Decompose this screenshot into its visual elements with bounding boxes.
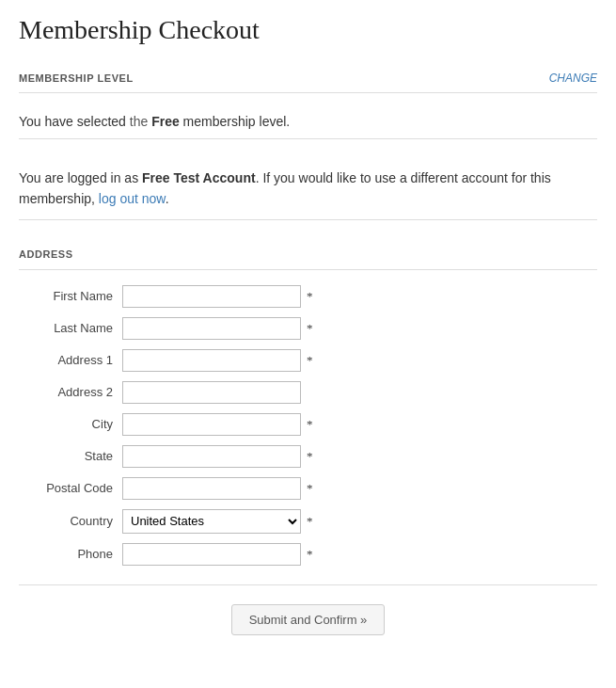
account-name: Free Test Account <box>142 170 256 185</box>
postal-code-required: * <box>307 481 313 496</box>
postal-code-label: Postal Code <box>28 481 122 495</box>
phone-input[interactable] <box>122 543 301 566</box>
phone-row: Phone * <box>19 543 597 566</box>
last-name-input[interactable] <box>122 317 301 340</box>
address1-input[interactable] <box>122 349 301 372</box>
country-required: * <box>307 514 313 529</box>
the-word: the <box>130 114 148 129</box>
membership-level-header: MEMBERSHIP LEVEL CHANGE <box>19 64 597 93</box>
last-name-row: Last Name * <box>19 317 597 340</box>
address-label: ADDRESS <box>19 248 73 260</box>
page-title: Membership Checkout <box>19 15 597 45</box>
address-header: ADDRESS <box>19 239 597 270</box>
country-label: Country <box>28 514 122 528</box>
phone-required: * <box>307 547 313 562</box>
address2-input[interactable] <box>122 381 301 404</box>
postal-code-row: Postal Code * <box>19 477 597 500</box>
address2-label: Address 2 <box>28 385 122 399</box>
address1-required: * <box>307 353 313 368</box>
state-input[interactable] <box>122 445 301 468</box>
change-link[interactable]: CHANGE <box>549 72 597 85</box>
last-name-label: Last Name <box>28 321 122 335</box>
first-name-input[interactable] <box>122 285 301 308</box>
logout-link[interactable]: log out now <box>99 191 166 206</box>
postal-code-input[interactable] <box>122 477 301 500</box>
login-info: You are logged in as Free Test Account. … <box>19 158 597 220</box>
address1-label: Address 1 <box>28 353 122 367</box>
first-name-label: First Name <box>28 289 122 303</box>
first-name-required: * <box>307 289 313 304</box>
address-section: ADDRESS First Name * Last Name * Address… <box>19 239 597 566</box>
membership-level-name: Free <box>151 114 180 129</box>
country-select[interactable]: United States Canada United Kingdom Aust… <box>122 509 301 534</box>
city-label: City <box>28 417 122 431</box>
membership-level-label: MEMBERSHIP LEVEL <box>19 72 134 84</box>
address1-row: Address 1 * <box>19 349 597 372</box>
city-row: City * <box>19 413 597 436</box>
membership-info: You have selected the Free membership le… <box>19 104 597 139</box>
first-name-row: First Name * <box>19 285 597 308</box>
submit-button[interactable]: Submit and Confirm » <box>231 604 386 635</box>
last-name-required: * <box>307 321 313 336</box>
state-label: State <box>28 449 122 463</box>
submit-section: Submit and Confirm » <box>19 584 597 635</box>
city-required: * <box>307 417 313 432</box>
country-row: Country United States Canada United King… <box>19 509 597 534</box>
state-required: * <box>307 449 313 464</box>
city-input[interactable] <box>122 413 301 436</box>
state-row: State * <box>19 445 597 468</box>
phone-label: Phone <box>28 547 122 561</box>
address2-row: Address 2 * <box>19 381 597 404</box>
